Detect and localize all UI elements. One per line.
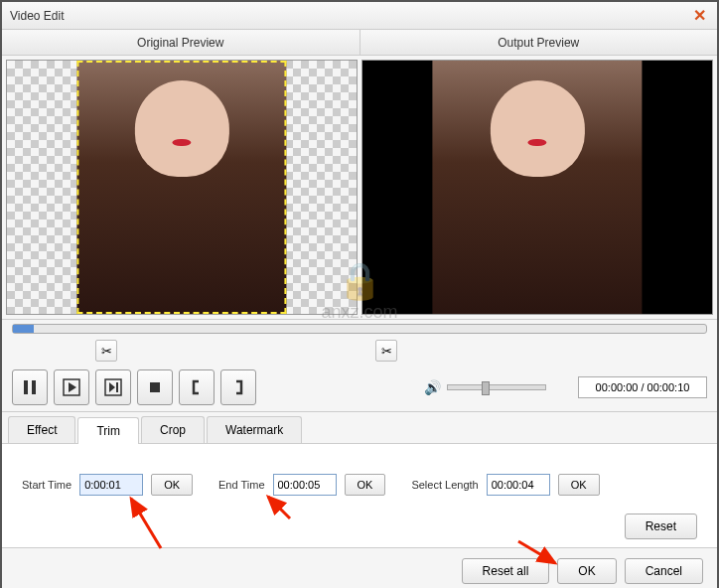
tab-bar: Effect Trim Crop Watermark [2, 412, 717, 444]
svg-rect-7 [150, 382, 160, 392]
end-time-ok-button[interactable]: OK [345, 474, 386, 496]
bracket-start-button[interactable] [179, 369, 215, 405]
timeline-slider[interactable] [12, 324, 707, 334]
close-button[interactable]: ✕ [689, 6, 709, 26]
trim-panel: Start Time OK End Time OK Select Length … [2, 444, 717, 506]
svg-rect-6 [116, 382, 118, 392]
preview-headers: Original Preview Output Preview [2, 30, 717, 56]
scissors-row: ✂ ✂ [2, 338, 717, 364]
ok-button[interactable]: OK [557, 558, 616, 584]
stop-button[interactable] [137, 369, 173, 405]
start-time-input[interactable] [79, 474, 143, 496]
cut-start-button[interactable]: ✂ [95, 340, 117, 362]
scissors-icon: ✂ [381, 344, 392, 359]
tab-effect[interactable]: Effect [8, 416, 75, 443]
cut-end-button[interactable]: ✂ [375, 340, 397, 362]
pause-button[interactable] [12, 369, 48, 405]
output-preview-header: Output Preview [360, 30, 718, 55]
bottom-bar: Reset all OK Cancel [2, 547, 717, 588]
svg-marker-5 [109, 382, 115, 392]
titlebar: Video Edit ✕ [2, 2, 717, 30]
reset-button[interactable]: Reset [625, 514, 697, 539]
tab-watermark[interactable]: Watermark [207, 416, 302, 443]
scissors-icon: ✂ [101, 344, 112, 359]
start-time-ok-button[interactable]: OK [151, 474, 193, 496]
original-preview-header: Original Preview [2, 30, 360, 55]
playback-controls: 🔊 00:00:00 / 00:00:10 [2, 364, 717, 412]
time-display: 00:00:00 / 00:00:10 [578, 376, 707, 398]
select-length-input[interactable] [487, 474, 550, 496]
end-time-label: End Time [218, 479, 264, 491]
preview-area [2, 56, 717, 320]
svg-rect-1 [32, 380, 36, 394]
volume-area: 🔊 [424, 379, 546, 395]
tab-crop[interactable]: Crop [141, 416, 205, 443]
speaker-icon: 🔊 [424, 379, 441, 395]
reset-row: Reset [2, 506, 717, 547]
tab-trim[interactable]: Trim [77, 417, 139, 444]
bracket-end-button[interactable] [220, 369, 256, 405]
output-preview-pane [361, 60, 713, 315]
svg-marker-3 [69, 382, 76, 392]
end-time-input[interactable] [273, 474, 337, 496]
select-length-ok-button[interactable]: OK [558, 474, 600, 496]
window-title: Video Edit [10, 9, 65, 23]
play-button[interactable] [54, 369, 89, 405]
volume-thumb[interactable] [482, 381, 490, 395]
cancel-button[interactable]: Cancel [625, 558, 703, 584]
select-length-label: Select Length [411, 479, 478, 491]
reset-all-button[interactable]: Reset all [462, 558, 550, 584]
start-time-label: Start Time [22, 479, 72, 491]
next-frame-button[interactable] [95, 369, 131, 405]
video-edit-window: Video Edit ✕ Original Preview Output Pre… [0, 0, 719, 588]
timeline-row [2, 320, 717, 338]
svg-rect-0 [24, 380, 28, 394]
timeline-progress [13, 325, 34, 333]
volume-slider[interactable] [447, 384, 546, 390]
original-preview-pane[interactable] [6, 60, 358, 315]
